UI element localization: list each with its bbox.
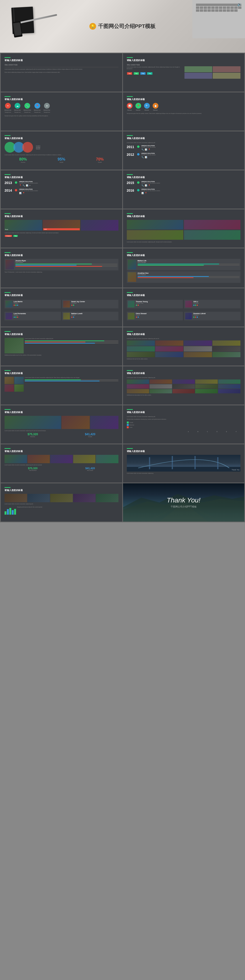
timeline-content-5: UNIQUE SOLUTION Sample text for this tim… [142,181,241,187]
pf-15-3 [25,343,95,344]
icon-4-circle-4: 📋 [153,103,158,109]
slide-2-text: Lorem ipsum dolor sit amet consectetur a… [127,66,183,79]
bar-20-2: B [194,430,202,432]
person-info-12-2: Jonathan Doe Team Professor [138,272,240,282]
mosaic-16 [127,340,241,357]
slide-5: 请输入您想的标题 Creative Strategy Solution Lore… [1,131,122,170]
photo-grid-17 [5,377,24,392]
icon-item-5: ✈ Element five Sample text [43,103,50,113]
photo-cell [213,66,240,72]
pf-12-3 [138,276,209,277]
slide-2-subtitle: 请输入您想的子标题 [127,64,241,66]
slide-5-title: 请输入您想的标题 [5,137,118,140]
person-card-14-3: Chris Stewart Analyst [127,312,183,320]
person-card-13-2: Sarah Joy Center Developer [62,300,118,309]
slide-6: 请输入您想的标题 Lorem ipsum dolor sit amet cons… [123,131,245,170]
slide-3-title: 请输入您想的标题 [5,98,118,101]
slide-14: 请输入您想的标题 Thomas Young Creative Lead [123,288,245,326]
photo-15-main [5,338,24,353]
svg-rect-0 [127,467,241,472]
icon-4-circle-3: 🔍 [144,103,150,109]
section-bar [5,57,11,58]
section-bar-3 [5,96,11,97]
cover-title: 💡 千图网公司介绍PPT模板 [89,23,156,30]
venn-5: Creative Strategy Solution [5,142,118,153]
person-card-14-1: Thomas Young Creative Lead [127,300,183,309]
slide-17-title: 请输入您想的标题 [5,372,118,375]
person-photo-11 [5,260,14,269]
timeline-2016: 2016 UNIQUE SOLUTION Sample text for thi… [127,189,241,194]
person-card-14-4: Dominic Littrell Strategist [184,312,240,320]
chart-area-20: Sample data visualization showing key me… [127,418,241,434]
photo-9-2: Label [43,220,80,231]
person-name-13-1: Luis Martin [14,301,22,302]
slide-12: 请输入您想的标题 Walton Life Senior Manager [123,248,245,288]
slide-18-title: 请输入您想的标题 [127,372,241,375]
section-bar-13 [5,292,11,293]
photo-19-2 [62,416,90,429]
section-bar-7 [5,174,11,175]
icon-4-2: 📍 Element [135,103,141,111]
section-bar-10 [127,213,133,214]
slide-20-title: 请输入您想的标题 [127,411,241,414]
slide-12-title: 请输入您想的标题 [127,254,241,257]
thankyou-sub: 千图网公司介绍PPT模板 [167,505,200,508]
pb-15-2 [25,342,118,342]
person-card-12-1: Walton Life Senior Manager [127,259,241,270]
person-name-12-1: Walton Life [138,260,240,261]
icon-row-4: 📊 Element 📍 Element 🔍 Element 📋 Element [127,103,241,111]
photo-10-2 [184,220,240,229]
slides-grid: 请输入您想的标题 请输入您想的子标题 Lorem ipsum dolor sit… [0,52,245,522]
photo-grid-10 [127,220,241,240]
slide-18: 请输入您想的标题 Lorem ipsum dolor sit amet cons… [123,366,245,404]
person-card-13-4: Nathan Lovett Director [62,312,118,320]
bar-chart-20: A B C D [184,420,240,432]
icon-4-circle-1: 📊 [127,103,132,109]
page-container: 💡 千图网公司介绍PPT模板 🔊 请输入您想的标题 请输入您想的子标题 Lore… [0,0,245,522]
slide-8-title: 请输入您想的标题 [127,176,241,179]
slide-21-title: 请输入您想的标题 [5,450,118,453]
section-bar-6 [127,135,133,136]
strip-21 [5,455,118,463]
icon-circle-2: ☁ [14,103,20,109]
bar-20-1: A [184,430,192,432]
section-bar-17 [5,370,11,371]
person-photo-13-2 [63,301,70,307]
pb-12-2 [138,265,240,266]
person-info-12-1: Walton Life Senior Manager [138,260,240,269]
slide-2-cols: Lorem ipsum dolor sit amet consectetur a… [127,66,241,79]
text-17: Lorem ipsum dolor sit amet consectetur a… [25,377,118,392]
slide-13: 请输入您想的标题 Luis Martin Designer [1,288,122,326]
slide-23: 请输入您想的标题 Lorem ipsum dolor sit amet cons… [1,483,122,522]
progress-fill-11-3 [15,266,102,267]
timeline-2012: 2012 UNIQUE SOLUTION Sample text for thi… [127,153,241,158]
person-title-12-1: Senior Manager [138,261,240,263]
tag-red: Tag [127,72,132,75]
year-2014: 2014 [5,189,13,192]
thankyou-text: Thank You! [167,496,200,504]
venn-circle-3 [22,142,33,153]
icon-circle-1: ✏ [5,103,11,109]
icon-row-3: ✏ Element one Sample text ☁ Element two … [5,103,118,113]
slide-23-title: 请输入您想的标题 [5,489,118,492]
venn-text: Creative Strategy Solution [36,145,40,150]
badge-9-2: Tag [13,235,18,237]
slide-2-images [185,66,240,79]
photo-19-3 [90,416,118,429]
volume-icon[interactable]: 🔊 [237,2,242,6]
slide-1-title: 请输入您想的标题 [5,59,118,62]
persons-grid-13: Luis Martin Designer Sarah Joy Center De… [5,299,118,321]
timeline-2013: 2013 UNIQUE SOLUTION Sample text for thi… [5,181,118,187]
progress-fill-11-1 [15,264,92,264]
text-20: Sample data visualization showing key me… [127,418,183,434]
slide-22-title: 请输入您想的标题 [127,450,241,453]
icon-4-4: 📋 Element [153,103,158,111]
slide-9: 请输入您想的标题 Photo Label Lorem ipsum dolor s… [1,209,122,248]
icon-4-3: 🔍 Element [144,103,150,111]
person-card-14-2: Gill Li Developer [184,300,240,309]
photo-9-1: Photo [5,220,42,231]
person-name-13-4: Nathan Lovett [71,313,83,314]
tag-row-9: Category Tag [5,235,118,237]
person-card-13-1: Luis Martin Designer [5,300,61,309]
timeline-dot-2 [137,153,140,156]
